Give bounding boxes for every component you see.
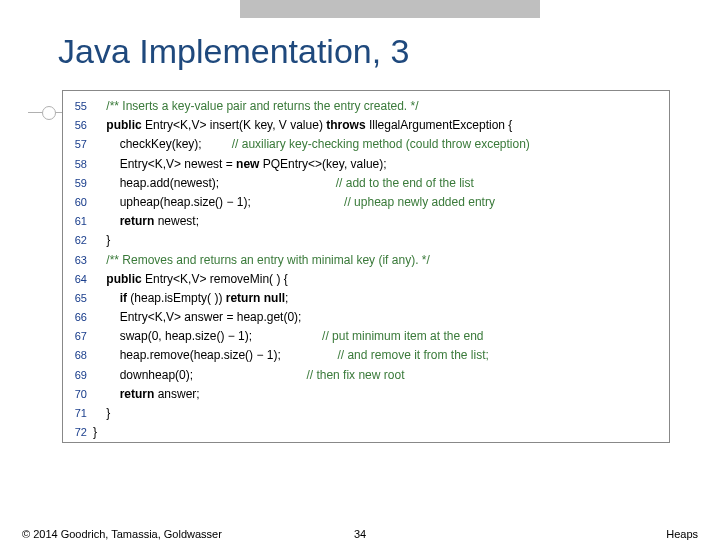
code-content: heap.remove(heap.size() − 1); // and rem… [93,346,669,365]
code-text: IllegalArgumentException { [366,118,513,132]
line-number: 69 [63,366,93,385]
code-content: checkKey(key); // auxiliary key-checking… [93,135,669,154]
code-content: swap(0, heap.size() − 1); // put minimum… [93,327,669,346]
code-kw: new [236,157,259,171]
code-content: Entry<K,V> answer = heap.get(0); [93,308,669,327]
code-line: 68 heap.remove(heap.size() − 1); // and … [63,346,669,365]
code-content: public Entry<K,V> insert(K key, V value)… [93,116,669,135]
code-content: heap.add(newest); // add to the end of t… [93,174,669,193]
code-content: downheap(0); // then fix new root [93,366,669,385]
code-text: downheap(0); [120,368,307,382]
line-number: 70 [63,385,93,404]
code-line: 65 if (heap.isEmpty( )) return null; [63,289,669,308]
line-number: 71 [63,404,93,423]
code-text: Entry<K,V> newest = [120,157,236,171]
code-text: Entry<K,V> answer = heap.get(0); [120,310,302,324]
code-text: (heap.isEmpty( )) [127,291,226,305]
code-text: answer; [154,387,199,401]
code-comment-inline: // auxiliary key-checking method (could … [232,137,530,151]
line-number: 66 [63,308,93,327]
line-number: 65 [63,289,93,308]
code-text: PQEntry<>(key, value); [259,157,386,171]
slide-title: Java Implementation, 3 [58,32,410,71]
code-comment-inline: // then fix new root [306,368,404,382]
code-doccomment: /** Removes and returns an entry with mi… [106,253,429,267]
code-text: } [106,406,110,420]
line-number: 56 [63,116,93,135]
code-listing: 55 /** Inserts a key-value pair and retu… [62,90,670,443]
code-text: ; [285,291,288,305]
code-line: 58 Entry<K,V> newest = new PQEntry<>(key… [63,155,669,174]
line-number: 72 [63,423,93,442]
code-line: 62 } [63,231,669,250]
code-text: } [106,233,110,247]
line-number: 64 [63,270,93,289]
code-content: Entry<K,V> newest = new PQEntry<>(key, v… [93,155,669,174]
code-comment-inline: // put minimum item at the end [322,329,483,343]
code-line: 61 return newest; [63,212,669,231]
code-line: 72} [63,423,669,442]
top-accent-bar [240,0,540,18]
line-number: 67 [63,327,93,346]
topic-label: Heaps [666,528,698,540]
line-number: 57 [63,135,93,154]
code-comment-inline: // and remove it from the list; [337,348,488,362]
code-line: 63 /** Removes and returns an entry with… [63,251,669,270]
line-number: 61 [63,212,93,231]
code-line: 66 Entry<K,V> answer = heap.get(0); [63,308,669,327]
code-kw: throws [326,118,365,132]
code-line: 64 public Entry<K,V> removeMin( ) { [63,270,669,289]
code-comment-inline: // upheap newly added entry [344,195,495,209]
code-line: 67 swap(0, heap.size() − 1); // put mini… [63,327,669,346]
code-content: return newest; [93,212,669,231]
code-line: 59 heap.add(newest); // add to the end o… [63,174,669,193]
line-number: 55 [63,97,93,116]
line-number: 58 [63,155,93,174]
code-content: public Entry<K,V> removeMin( ) { [93,270,669,289]
code-line: 70 return answer; [63,385,669,404]
code-kw: return null [226,291,285,305]
code-line: 69 downheap(0); // then fix new root [63,366,669,385]
code-comment-inline: // add to the end of the list [336,176,474,190]
code-content: return answer; [93,385,669,404]
line-number: 59 [63,174,93,193]
line-number: 63 [63,251,93,270]
code-text: heap.remove(heap.size() − 1); [120,348,338,362]
code-kw: if [120,291,127,305]
code-kw: return [120,214,155,228]
code-content: if (heap.isEmpty( )) return null; [93,289,669,308]
code-line: 71 } [63,404,669,423]
code-doccomment: /** Inserts a key-value pair and returns… [106,99,418,113]
code-kw: public [106,272,141,286]
code-kw: public [106,118,141,132]
code-text: } [93,425,97,439]
code-text: checkKey(key); [120,137,232,151]
code-line: 55 /** Inserts a key-value pair and retu… [63,97,669,116]
code-text: heap.add(newest); [120,176,336,190]
line-number: 68 [63,346,93,365]
code-content: /** Inserts a key-value pair and returns… [93,97,669,116]
line-number: 62 [63,231,93,250]
code-line: 56 public Entry<K,V> insert(K key, V val… [63,116,669,135]
code-line: 60 upheap(heap.size() − 1); // upheap ne… [63,193,669,212]
code-text: Entry<K,V> insert(K key, V value) [142,118,327,132]
code-text: upheap(heap.size() − 1); [120,195,344,209]
code-content: } [93,423,669,442]
code-text: swap(0, heap.size() − 1); [120,329,322,343]
code-text: Entry<K,V> removeMin( ) { [142,272,288,286]
code-content: upheap(heap.size() − 1); // upheap newly… [93,193,669,212]
code-content: /** Removes and returns an entry with mi… [93,251,669,270]
code-content: } [93,231,669,250]
line-number: 60 [63,193,93,212]
page-number: 34 [0,528,720,540]
code-kw: return [120,387,155,401]
code-text: newest; [154,214,199,228]
code-content: } [93,404,669,423]
code-line: 57 checkKey(key); // auxiliary key-check… [63,135,669,154]
